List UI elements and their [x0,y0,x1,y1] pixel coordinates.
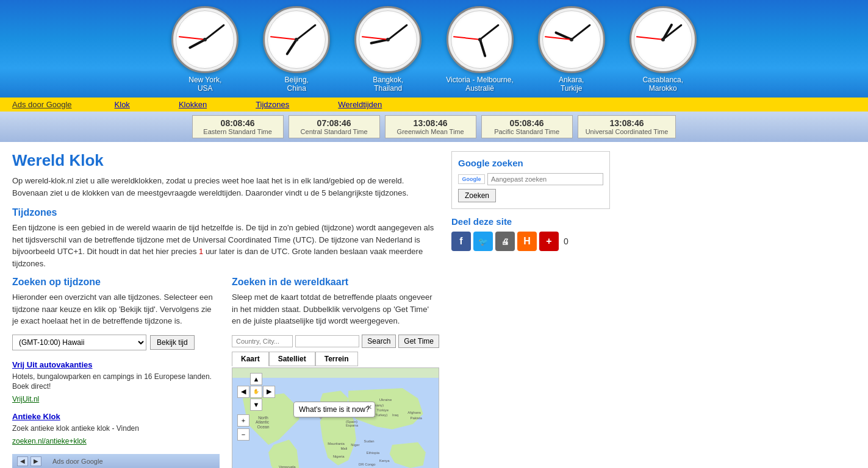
second-hand [178,37,205,40]
plus-icon[interactable]: + [539,232,559,251]
tz-utc: 13:08:46 Universal Coordinated Time [578,115,676,138]
deel-title: Deel deze site [451,216,610,227]
header-clocks: New York, USA Beijing, China Bangkok, Th… [0,0,868,98]
tooltip-close[interactable]: ✕ [367,403,372,411]
map-left-btn[interactable]: ◀ [237,386,249,398]
ad-antieke-link[interactable]: Antieke Klok [12,412,220,421]
map-center-btn[interactable]: ✋ [250,386,262,398]
svg-text:Nigeria: Nigeria [333,455,345,458]
ad-antieke-site[interactable]: zoeken.nl/antieke+klok [12,437,87,445]
clock-center [661,38,665,41]
nav-wereldtijden[interactable]: Wereldtijden [338,100,382,109]
main-content: Wereld Klok Op wereld-klok.nl ziet u all… [0,142,701,468]
tijdzones-title: Tijdzones [12,207,439,218]
second-hand [361,37,388,40]
svg-text:(Turkey): (Turkey) [374,413,387,416]
h-icon[interactable]: H [517,232,537,251]
map-search-button[interactable]: Search [362,335,396,348]
clock-label-ankara: Ankara, Turkije [559,76,584,93]
svg-text:Mauritania: Mauritania [328,441,345,445]
intro-text: Op wereld-klok.nl ziet u alle wereldklok… [12,175,439,199]
timezone-select[interactable]: (GMT-10:00) Hawaii [12,335,146,350]
google-search-row: Google [458,173,603,185]
next-arrow[interactable]: ▶ [30,456,41,466]
kaart-col: Zoeken in de wereldkaart Sleep met de ka… [232,277,439,468]
map-search-text-input[interactable] [295,335,359,347]
clock-label-beijing: Beijing, China [285,76,309,93]
ad-antieke-klok: Antieke Klok Zoek antieke klok antieke k… [12,412,220,445]
tijdzones-text: Een tijdzone is een gebied in de wereld … [12,222,439,269]
clock-face-bangkok [354,6,421,73]
print-icon[interactable]: 🖨 [495,232,515,251]
prev-arrow[interactable]: ◀ [17,456,28,466]
social-icons: f 🐦 🖨 H + 0 [451,232,610,251]
bekijk-tid-button[interactable]: Bekijk tijd [150,335,195,350]
hour-hand [285,39,298,55]
google-search-input[interactable] [487,173,603,185]
ad-vrij-uit-site[interactable]: VrijUit.nl [12,395,39,403]
clock-label-casablanca: Casablanca, Marokko [642,76,683,93]
two-col-sections: Zoeken op tijdzone Hieronder een overzic… [12,277,439,468]
svg-text:Afghans: Afghans [407,411,421,414]
tz-eastern-time: 08:08:46 [200,118,276,128]
map-up-btn[interactable]: ▲ [250,373,262,385]
tab-satelliet[interactable]: Satelliet [269,352,315,366]
page-title: Wereld Klok [12,151,439,170]
tijdzone-link[interactable]: 1 [199,247,203,256]
tz-pacific: 05:08:46 Pacific Standard Time [481,115,573,138]
map-zoom-in-btn[interactable]: + [237,414,249,427]
tz-utc-name: Universal Coordinated Time [586,128,669,135]
clock-center [570,38,573,41]
nav-klok[interactable]: Klok [115,100,130,109]
minute-hand [296,24,316,40]
bottom-nav-arrows: ◀ ▶ [17,456,41,466]
google-search-title: Google zoeken [458,158,603,168]
nav-bar: Ads door Google Klok Klokken Tijdzones W… [0,98,868,112]
nav-klokken[interactable]: Klokken [179,100,207,109]
facebook-icon[interactable]: f [451,232,471,251]
ads-google-label[interactable]: Ads door Google [12,100,72,109]
clock-label-new-york: New York, USA [188,76,221,93]
clock-melbourne: Victoria - Melbourne, Australië [446,6,514,93]
zoeken-title: Zoeken op tijdzone [12,277,220,288]
clock-beijing: Beijing, China [263,6,330,93]
right-sidebar: Google zoeken Google Zoeken Deel deze si… [451,151,610,468]
svg-text:Türkiye: Türkiye [377,408,389,411]
tab-terrein[interactable]: Terrein [315,352,358,366]
get-time-button[interactable]: Get Time [398,335,439,348]
clock-face-new-york [171,6,239,73]
left-column: Wereld Klok Op wereld-klok.nl ziet u all… [12,151,439,468]
map-right-btn[interactable]: ▶ [263,386,275,398]
deel-section: Deel deze site f 🐦 🖨 H + 0 [451,216,610,251]
bottom-ads: ◀ ▶ Ads door Google [12,454,220,468]
tz-central-name: Central Standard Time [296,128,372,135]
clock-bangkok: Bangkok, Thailand [354,6,421,93]
ads-bottom-label: Ads door Google [52,458,103,465]
zoeken-button[interactable]: Zoeken [458,189,496,202]
clock-casablanca: Casablanca, Marokko [629,6,697,93]
twitter-icon[interactable]: 🐦 [473,232,493,251]
map-down-btn[interactable]: ▼ [250,399,262,411]
svg-text:Sudan: Sudan [364,439,374,442]
minute-hand [479,24,500,40]
second-hand [636,37,663,40]
clock-center [203,38,207,41]
tab-kaart[interactable]: Kaart [232,352,269,366]
svg-text:Ethiopia: Ethiopia [367,451,380,455]
google-search-box: Google zoeken Google Zoeken [451,151,610,209]
tz-eastern-name: Eastern Standard Time [200,128,276,135]
map-zoom-out-btn[interactable]: − [237,428,249,441]
nav-tijdzones[interactable]: Tijdzones [256,100,289,109]
tz-utc-time: 13:08:46 [586,118,669,128]
clock-label-melbourne: Victoria - Melbourne, Australië [446,76,514,93]
tz-pacific-time: 05:08:46 [489,118,565,128]
map-city-input[interactable] [232,335,293,347]
ad-vrij-uit-link[interactable]: Vrij Uit autovakanties [12,360,220,369]
svg-text:Ukraine: Ukraine [379,398,392,402]
clock-face-casablanca [629,6,697,73]
google-logo: Google [458,174,485,184]
second-hand [453,37,480,40]
minute-hand [571,24,591,40]
zoeken-col: Zoeken op tijdzone Hieronder een overzic… [12,277,220,468]
tz-gmt: 13:08:46 Greenwich Mean Time [385,115,476,138]
